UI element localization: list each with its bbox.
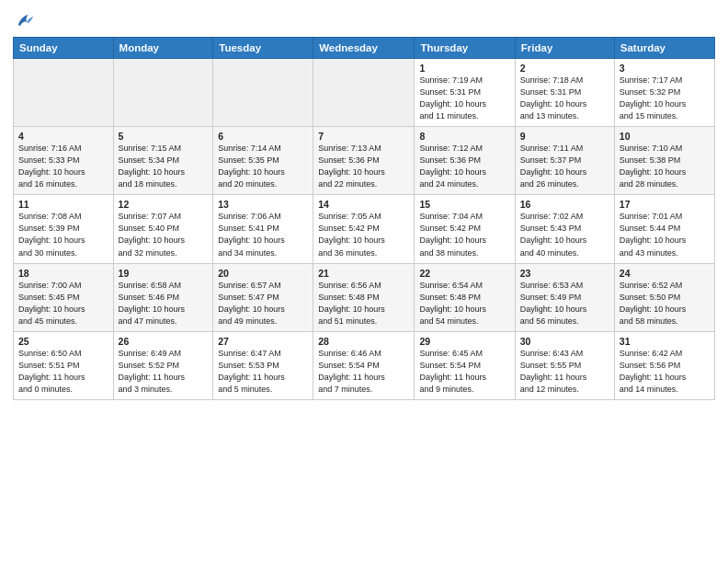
day-number: 26 xyxy=(119,336,209,347)
day-number: 11 xyxy=(18,199,108,210)
calendar-cell xyxy=(14,59,114,127)
calendar-cell: 1Sunrise: 7:19 AM Sunset: 5:31 PM Daylig… xyxy=(415,59,515,127)
calendar-cell: 17Sunrise: 7:01 AM Sunset: 5:44 PM Dayli… xyxy=(614,195,714,263)
day-info: Sunrise: 6:45 AM Sunset: 5:54 PM Dayligh… xyxy=(419,348,509,396)
weekday-header-thursday: Thursday xyxy=(415,38,515,59)
day-number: 30 xyxy=(520,336,609,347)
day-number: 16 xyxy=(520,199,609,210)
calendar-cell xyxy=(113,59,213,127)
week-row-2: 4Sunrise: 7:16 AM Sunset: 5:33 PM Daylig… xyxy=(14,127,715,195)
day-info: Sunrise: 7:18 AM Sunset: 5:31 PM Dayligh… xyxy=(520,75,609,122)
day-info: Sunrise: 6:54 AM Sunset: 5:48 PM Dayligh… xyxy=(419,280,509,327)
day-info: Sunrise: 7:05 AM Sunset: 5:42 PM Dayligh… xyxy=(318,211,409,259)
day-number: 9 xyxy=(520,131,609,142)
header xyxy=(13,9,715,31)
day-number: 18 xyxy=(18,268,108,279)
day-number: 28 xyxy=(318,336,409,347)
day-number: 1 xyxy=(419,63,509,74)
day-info: Sunrise: 7:10 AM Sunset: 5:38 PM Dayligh… xyxy=(620,143,710,190)
weekday-header-saturday: Saturday xyxy=(614,38,714,59)
day-number: 24 xyxy=(620,268,710,279)
day-number: 5 xyxy=(119,131,209,142)
calendar-cell: 10Sunrise: 7:10 AM Sunset: 5:38 PM Dayli… xyxy=(614,127,714,195)
day-number: 25 xyxy=(18,336,108,347)
day-number: 20 xyxy=(218,268,308,279)
week-row-3: 11Sunrise: 7:08 AM Sunset: 5:39 PM Dayli… xyxy=(14,195,715,263)
weekday-header-monday: Monday xyxy=(113,38,213,59)
day-number: 6 xyxy=(218,131,308,142)
day-number: 29 xyxy=(419,336,509,347)
calendar-cell: 28Sunrise: 6:46 AM Sunset: 5:54 PM Dayli… xyxy=(313,331,415,399)
day-info: Sunrise: 7:07 AM Sunset: 5:40 PM Dayligh… xyxy=(119,211,209,259)
day-number: 27 xyxy=(218,336,308,347)
weekday-header-friday: Friday xyxy=(515,38,614,59)
calendar-cell: 13Sunrise: 7:06 AM Sunset: 5:41 PM Dayli… xyxy=(213,195,313,263)
logo xyxy=(13,13,35,31)
calendar-cell xyxy=(313,59,415,127)
week-row-1: 1Sunrise: 7:19 AM Sunset: 5:31 PM Daylig… xyxy=(14,59,715,127)
day-number: 22 xyxy=(419,268,509,279)
weekday-header-row: SundayMondayTuesdayWednesdayThursdayFrid… xyxy=(14,38,715,59)
calendar-cell: 20Sunrise: 6:57 AM Sunset: 5:47 PM Dayli… xyxy=(213,263,313,331)
calendar-cell: 12Sunrise: 7:07 AM Sunset: 5:40 PM Dayli… xyxy=(113,195,213,263)
calendar-cell: 8Sunrise: 7:12 AM Sunset: 5:36 PM Daylig… xyxy=(415,127,515,195)
calendar-cell: 11Sunrise: 7:08 AM Sunset: 5:39 PM Dayli… xyxy=(14,195,114,263)
calendar-cell: 23Sunrise: 6:53 AM Sunset: 5:49 PM Dayli… xyxy=(515,263,614,331)
day-info: Sunrise: 7:16 AM Sunset: 5:33 PM Dayligh… xyxy=(18,143,108,190)
weekday-header-wednesday: Wednesday xyxy=(313,38,415,59)
calendar-cell: 15Sunrise: 7:04 AM Sunset: 5:42 PM Dayli… xyxy=(415,195,515,263)
calendar-cell: 14Sunrise: 7:05 AM Sunset: 5:42 PM Dayli… xyxy=(313,195,415,263)
calendar-cell: 25Sunrise: 6:50 AM Sunset: 5:51 PM Dayli… xyxy=(14,331,114,399)
day-info: Sunrise: 7:12 AM Sunset: 5:36 PM Dayligh… xyxy=(419,143,509,190)
calendar-cell: 31Sunrise: 6:42 AM Sunset: 5:56 PM Dayli… xyxy=(614,331,714,399)
day-number: 14 xyxy=(318,199,409,210)
day-info: Sunrise: 7:14 AM Sunset: 5:35 PM Dayligh… xyxy=(218,143,308,190)
day-number: 15 xyxy=(419,199,509,210)
calendar-cell: 3Sunrise: 7:17 AM Sunset: 5:32 PM Daylig… xyxy=(614,59,714,127)
calendar-cell: 2Sunrise: 7:18 AM Sunset: 5:31 PM Daylig… xyxy=(515,59,614,127)
calendar-cell: 19Sunrise: 6:58 AM Sunset: 5:46 PM Dayli… xyxy=(113,263,213,331)
weekday-header-tuesday: Tuesday xyxy=(213,38,313,59)
calendar-table: SundayMondayTuesdayWednesdayThursdayFrid… xyxy=(13,37,715,400)
calendar-cell: 22Sunrise: 6:54 AM Sunset: 5:48 PM Dayli… xyxy=(415,263,515,331)
day-number: 23 xyxy=(520,268,609,279)
day-number: 3 xyxy=(620,63,710,74)
day-number: 19 xyxy=(119,268,209,279)
day-info: Sunrise: 7:11 AM Sunset: 5:37 PM Dayligh… xyxy=(520,143,609,190)
day-info: Sunrise: 7:06 AM Sunset: 5:41 PM Dayligh… xyxy=(218,211,308,259)
calendar-cell: 7Sunrise: 7:13 AM Sunset: 5:36 PM Daylig… xyxy=(313,127,415,195)
calendar-cell: 29Sunrise: 6:45 AM Sunset: 5:54 PM Dayli… xyxy=(415,331,515,399)
day-number: 7 xyxy=(318,131,409,142)
day-number: 12 xyxy=(119,199,209,210)
day-number: 17 xyxy=(620,199,710,210)
day-info: Sunrise: 6:43 AM Sunset: 5:55 PM Dayligh… xyxy=(520,348,609,396)
calendar-cell: 18Sunrise: 7:00 AM Sunset: 5:45 PM Dayli… xyxy=(14,263,114,331)
day-info: Sunrise: 7:13 AM Sunset: 5:36 PM Dayligh… xyxy=(318,143,409,190)
day-number: 21 xyxy=(318,268,409,279)
day-info: Sunrise: 7:17 AM Sunset: 5:32 PM Dayligh… xyxy=(620,75,710,122)
day-info: Sunrise: 6:58 AM Sunset: 5:46 PM Dayligh… xyxy=(119,280,209,327)
calendar-cell: 6Sunrise: 7:14 AM Sunset: 5:35 PM Daylig… xyxy=(213,127,313,195)
calendar-cell: 24Sunrise: 6:52 AM Sunset: 5:50 PM Dayli… xyxy=(614,263,714,331)
calendar-cell: 30Sunrise: 6:43 AM Sunset: 5:55 PM Dayli… xyxy=(515,331,614,399)
day-number: 2 xyxy=(520,63,609,74)
day-info: Sunrise: 6:57 AM Sunset: 5:47 PM Dayligh… xyxy=(218,280,308,327)
logo-bird-icon xyxy=(15,11,35,31)
calendar-cell: 5Sunrise: 7:15 AM Sunset: 5:34 PM Daylig… xyxy=(113,127,213,195)
day-info: Sunrise: 6:53 AM Sunset: 5:49 PM Dayligh… xyxy=(520,280,609,327)
day-info: Sunrise: 7:19 AM Sunset: 5:31 PM Dayligh… xyxy=(419,75,509,122)
calendar-cell: 21Sunrise: 6:56 AM Sunset: 5:48 PM Dayli… xyxy=(313,263,415,331)
day-number: 13 xyxy=(218,199,308,210)
calendar-cell: 4Sunrise: 7:16 AM Sunset: 5:33 PM Daylig… xyxy=(14,127,114,195)
page: SundayMondayTuesdayWednesdayThursdayFrid… xyxy=(0,0,728,563)
day-info: Sunrise: 7:02 AM Sunset: 5:43 PM Dayligh… xyxy=(520,211,609,259)
calendar-cell: 27Sunrise: 6:47 AM Sunset: 5:53 PM Dayli… xyxy=(213,331,313,399)
day-number: 10 xyxy=(620,131,710,142)
day-info: Sunrise: 7:01 AM Sunset: 5:44 PM Dayligh… xyxy=(620,211,710,259)
day-number: 31 xyxy=(620,336,710,347)
week-row-5: 25Sunrise: 6:50 AM Sunset: 5:51 PM Dayli… xyxy=(14,331,715,399)
day-info: Sunrise: 6:52 AM Sunset: 5:50 PM Dayligh… xyxy=(620,280,710,327)
week-row-4: 18Sunrise: 7:00 AM Sunset: 5:45 PM Dayli… xyxy=(14,263,715,331)
day-info: Sunrise: 6:47 AM Sunset: 5:53 PM Dayligh… xyxy=(218,348,308,396)
day-info: Sunrise: 6:42 AM Sunset: 5:56 PM Dayligh… xyxy=(620,348,710,396)
